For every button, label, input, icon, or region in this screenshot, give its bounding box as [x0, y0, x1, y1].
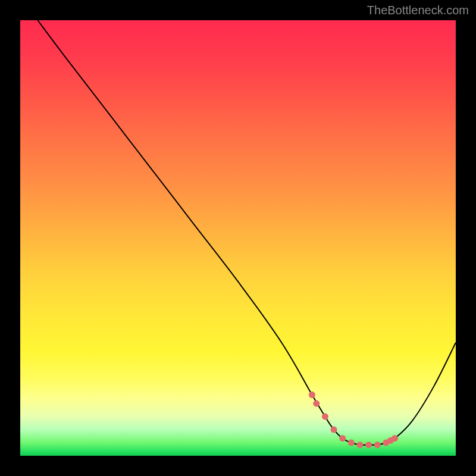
highlight-marker	[356, 441, 363, 448]
highlight-marker	[313, 400, 320, 407]
highlight-marker	[392, 435, 398, 441]
highlight-marker	[374, 441, 381, 448]
highlight-marker	[339, 435, 346, 441]
highlight-marker	[348, 440, 355, 446]
chart-plot-area	[20, 20, 456, 456]
highlight-markers	[309, 392, 398, 448]
highlight-marker	[309, 392, 315, 398]
highlight-marker	[331, 427, 337, 433]
chart-svg	[20, 20, 456, 456]
watermark-text: TheBottleneck.com	[367, 4, 469, 17]
highlight-marker	[322, 414, 328, 420]
bottleneck-curve	[37, 20, 456, 445]
highlight-marker	[365, 441, 372, 448]
